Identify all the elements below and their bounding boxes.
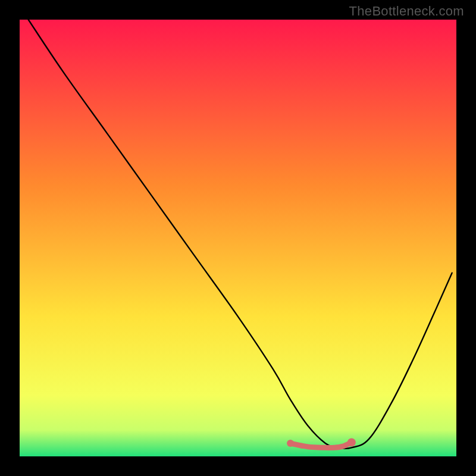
- optimal-band-start-dot: [287, 440, 294, 447]
- chart-stage: TheBottleneck.com: [0, 0, 476, 476]
- optimal-band-end-dot: [347, 439, 356, 447]
- plot-area: [20, 20, 456, 456]
- curves-layer: [20, 20, 456, 456]
- optimal-band-marker: [290, 443, 352, 448]
- bottleneck-curve: [29, 20, 452, 449]
- attribution-text: TheBottleneck.com: [349, 4, 464, 19]
